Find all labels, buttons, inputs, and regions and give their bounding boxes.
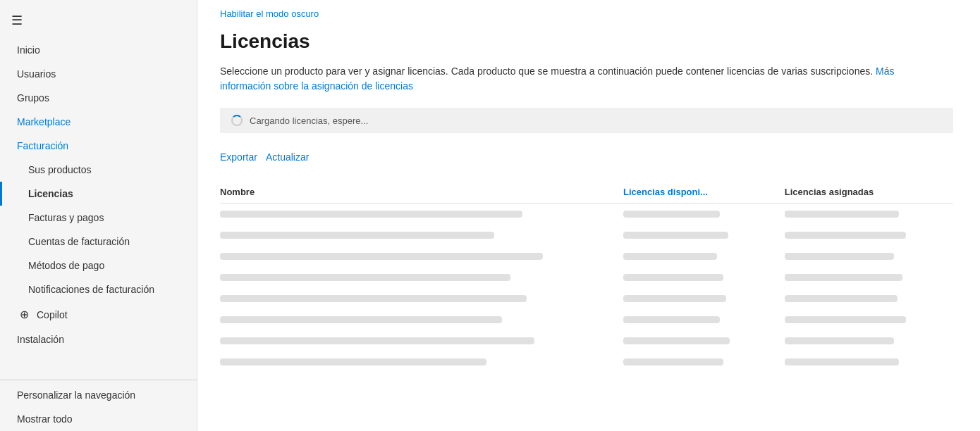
sidebar-item-facturacion[interactable]: Facturación [0,134,197,158]
skeleton-assigned [785,232,906,239]
sidebar-item-label: Usuarios [17,68,56,80]
sidebar-item-cuentas-facturacion[interactable]: Cuentas de facturación [0,230,197,254]
table-row [220,288,953,309]
skeleton-assigned [785,253,894,260]
sidebar-item-label: Métodos de pago [28,260,104,271]
sidebar-item-copilot[interactable]: ⊕ Copilot [0,301,197,327]
skeleton-name [220,211,522,218]
sidebar-item-sus-productos[interactable]: Sus productos [0,158,197,182]
skeleton-name [220,316,502,323]
sidebar-item-label: Notificaciones de facturación [28,284,154,295]
table-header: Nombre Licencias disponi... Licencias as… [220,184,953,204]
page-title: Licencias [220,30,957,53]
sidebar-item-instalacion[interactable]: Instalación [0,327,197,351]
skeleton-rows [220,204,953,373]
table-row [220,204,953,225]
sidebar-item-metodos-pago[interactable]: Métodos de pago [0,254,197,277]
table-row [220,309,953,330]
col-asignadas-header: Licencias asignadas [785,184,953,204]
description-text: Seleccione un producto para ver y asigna… [220,65,873,77]
skeleton-assigned [785,211,900,218]
sidebar: ☰ Inicio Usuarios Grupos Marketplace Fac… [0,0,197,431]
sidebar-item-mostrar-todo[interactable]: Mostrar todo [0,407,197,431]
loading-bar: Cargando licencias, espere... [220,108,953,133]
sidebar-item-inicio[interactable]: Inicio [0,38,197,62]
sidebar-item-label: Cuentas de facturación [28,236,130,247]
skeleton-assigned [785,337,894,344]
hamburger-icon: ☰ [11,13,23,27]
hamburger-button[interactable]: ☰ [0,6,197,38]
table-row [220,330,953,351]
sidebar-item-label: Sus productos [28,164,92,175]
sidebar-item-label: Copilot [37,309,68,320]
skeleton-assigned [785,274,902,281]
col-disponibles-header[interactable]: Licencias disponi... [623,184,785,204]
skeleton-name [220,337,534,344]
skeleton-available [623,316,720,323]
skeleton-name [220,253,543,260]
main-content: Habilitar el modo oscuro Licencias Selec… [197,0,980,431]
skeleton-name [220,358,486,366]
sidebar-item-marketplace[interactable]: Marketplace [0,110,197,134]
sidebar-item-label: Marketplace [17,116,71,127]
skeleton-name [220,295,527,302]
sidebar-item-facturas-pagos[interactable]: Facturas y pagos [0,206,197,230]
skeleton-available [623,211,720,218]
sidebar-item-label: Grupos [17,92,49,104]
skeleton-assigned [785,316,906,323]
skeleton-name [220,274,510,281]
skeleton-name [220,232,494,239]
skeleton-assigned [785,358,900,366]
sidebar-item-usuarios[interactable]: Usuarios [0,62,197,86]
table-row [220,351,953,373]
skeleton-assigned [785,295,898,302]
loading-spinner [231,115,243,126]
skeleton-available [623,337,730,344]
copilot-icon: ⊕ [17,308,31,321]
sidebar-item-label: Facturación [17,140,68,151]
sidebar-item-licencias[interactable]: Licencias [0,182,197,206]
export-button[interactable]: Exportar [220,147,266,167]
sidebar-item-label: Personalizar la navegación [17,389,135,401]
skeleton-available [623,295,726,302]
dark-mode-link[interactable]: Habilitar el modo oscuro [220,0,957,25]
licenses-table: Nombre Licencias disponi... Licencias as… [220,184,953,373]
sidebar-item-label: Mostrar todo [17,413,73,425]
loading-text: Cargando licencias, espere... [250,115,368,126]
sidebar-item-label: Instalación [17,334,64,345]
description: Seleccione un producto para ver y asigna… [220,64,925,94]
skeleton-available [623,274,723,281]
sidebar-item-label: Inicio [17,44,40,56]
actualizar-button[interactable]: Actualizar [266,147,317,167]
sidebar-bottom: Personalizar la navegación Mostrar todo [0,380,197,431]
sidebar-item-grupos[interactable]: Grupos [0,86,197,110]
table-row [220,246,953,267]
sidebar-item-personalizar[interactable]: Personalizar la navegación [0,383,197,407]
action-buttons: Exportar Actualizar [220,147,957,167]
skeleton-available [623,232,728,239]
skeleton-available [623,253,717,260]
sidebar-item-notificaciones-facturacion[interactable]: Notificaciones de facturación [0,277,197,301]
col-nombre-header: Nombre [220,184,623,204]
table-row [220,267,953,288]
sidebar-item-label: Facturas y pagos [28,212,104,223]
skeleton-available [623,358,723,366]
sidebar-item-label: Licencias [28,188,73,199]
table-row [220,225,953,246]
